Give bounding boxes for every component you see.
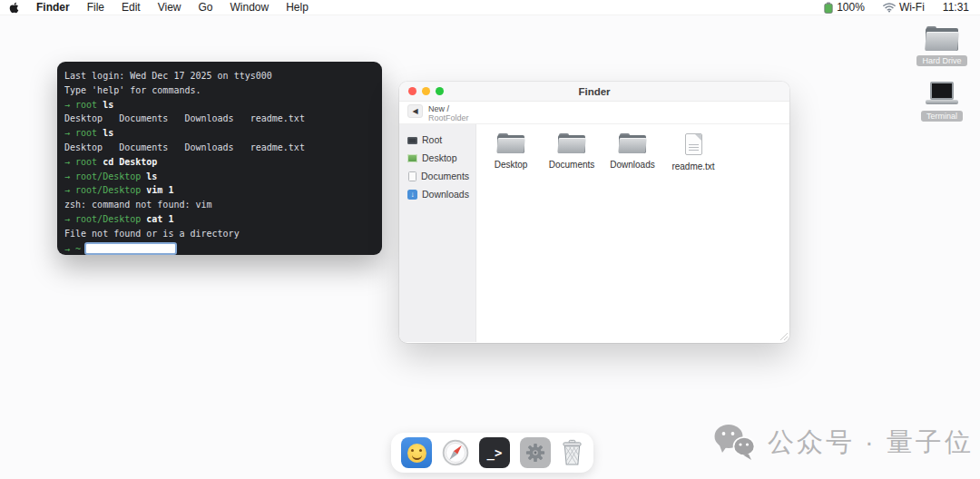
- terminal-text-segment: Desktop Documents Downloads readme.txt: [64, 142, 305, 152]
- finder-title-bar[interactable]: Finder: [399, 82, 789, 102]
- menu-item-view[interactable]: View: [158, 1, 181, 14]
- terminal-line: Type 'help' for commands.: [64, 83, 375, 98]
- terminal-input[interactable]: [84, 242, 177, 255]
- finder-body: Root Desktop Documents ↓ Downloads Deskt…: [399, 124, 789, 342]
- battery-percent: 100%: [837, 1, 865, 14]
- terminal-line: → root ls: [64, 98, 375, 112]
- sidebar-item-label: Documents: [421, 171, 469, 181]
- terminal-text-segment: → root/Desktop: [64, 214, 146, 224]
- finder-window[interactable]: Finder ◀ New / RootFolder Root Desktop D…: [399, 82, 789, 343]
- terminal-text-segment: ls: [103, 100, 113, 110]
- folder-icon: [558, 133, 585, 153]
- file-label: Downloads: [610, 160, 654, 170]
- menu-item-help[interactable]: Help: [286, 1, 309, 14]
- desktop-icon-label: Hard Drive: [916, 55, 966, 66]
- laptop-icon: [926, 82, 958, 106]
- menu-item-go[interactable]: Go: [199, 1, 213, 14]
- terminal-output: Last login: Wed Dec 17 2025 on ttys000Ty…: [64, 69, 375, 241]
- file-item-readme[interactable]: readme.txt: [667, 133, 720, 171]
- terminal-text-segment: Type 'help' for commands.: [64, 85, 201, 95]
- file-item-downloads[interactable]: Downloads: [606, 133, 659, 170]
- watermark: 公众号 · 量子位: [713, 424, 974, 461]
- terminal-text-segment: vim 1: [146, 185, 173, 195]
- wechat-icon: [713, 424, 756, 461]
- desktop-icon: [407, 154, 417, 162]
- compass-icon: [442, 439, 469, 466]
- terminal-text-segment: → root: [64, 157, 103, 167]
- menu-item-edit[interactable]: Edit: [122, 1, 141, 14]
- terminal-line: → root cd Desktop: [64, 155, 375, 170]
- menu-item-finder[interactable]: Finder: [36, 1, 70, 14]
- sidebar-item-label: Root: [422, 134, 442, 145]
- terminal-text-segment: → root/Desktop: [64, 185, 146, 195]
- file-item-desktop[interactable]: Desktop: [485, 133, 537, 170]
- file-label: Desktop: [495, 160, 528, 170]
- terminal-text-segment: ls: [103, 128, 113, 138]
- terminal-app-icon: _>: [479, 437, 510, 468]
- menu-bar: Finder File Edit View Go Window Help 100…: [0, 0, 980, 15]
- terminal-text-segment: File not found or is a directory: [64, 229, 240, 239]
- sidebar-item-label: Desktop: [422, 152, 457, 163]
- terminal-text-segment: cd Desktop: [103, 157, 157, 167]
- dock: _>: [391, 433, 593, 473]
- gear-icon: [520, 437, 551, 468]
- wifi-icon: [883, 2, 896, 13]
- finder-file-area: Desktop Documents Downloads readme.txt: [476, 124, 789, 342]
- menu-item-window[interactable]: Window: [230, 1, 270, 14]
- back-button[interactable]: ◀: [407, 104, 423, 118]
- desktop-icons: Hard Drive Terminal: [909, 26, 975, 122]
- trash-icon: [561, 439, 583, 466]
- dock-safari[interactable]: [442, 439, 469, 466]
- dock-finder-app[interactable]: [401, 437, 432, 468]
- terminal-text-segment: cat 1: [146, 214, 173, 224]
- terminal-text-segment: → root: [64, 128, 103, 138]
- desktop-icon-hard-drive[interactable]: Hard Drive: [916, 26, 966, 66]
- folder-icon: [497, 133, 524, 153]
- apple-menu[interactable]: [9, 2, 19, 14]
- wifi-label: Wi-Fi: [899, 1, 925, 14]
- menu-bar-clock[interactable]: 11:31: [943, 1, 969, 14]
- breadcrumb-line1: New /: [428, 104, 449, 113]
- terminal-text-segment: → root/Desktop: [64, 171, 146, 181]
- wifi-status[interactable]: Wi-Fi: [883, 1, 925, 14]
- terminal-text-segment: → root: [64, 100, 103, 110]
- hard-drive-icon: [926, 26, 958, 51]
- file-item-documents[interactable]: Documents: [545, 133, 598, 170]
- sidebar-item-label: Downloads: [422, 189, 469, 200]
- terminal-line: File not found or is a directory: [64, 227, 375, 241]
- terminal-text-segment: Desktop Documents Downloads readme.txt: [64, 113, 305, 123]
- terminal-line: → root/Desktop cat 1: [64, 212, 375, 227]
- battery-status[interactable]: 100%: [824, 1, 865, 14]
- window-title: Finder: [399, 86, 789, 97]
- desktop-icon-label: Terminal: [921, 111, 963, 122]
- dock-terminal-app[interactable]: _>: [479, 437, 510, 468]
- terminal-line: Desktop Documents Downloads readme.txt: [64, 141, 375, 155]
- terminal-text-segment: zsh: command not found: vim: [64, 200, 212, 210]
- breadcrumb-line2: RootFolder: [428, 113, 469, 122]
- sidebar-item-documents[interactable]: Documents: [399, 167, 475, 185]
- terminal-line: → root ls: [64, 126, 375, 141]
- sidebar-item-desktop[interactable]: Desktop: [399, 149, 475, 167]
- terminal-glyph: _>: [487, 445, 503, 460]
- finder-sidebar: Root Desktop Documents ↓ Downloads: [399, 124, 476, 342]
- terminal-text-segment: Last login: Wed Dec 17 2025 on ttys000: [64, 71, 272, 81]
- menu-bar-status: 100% Wi-Fi 11:31: [824, 1, 980, 14]
- terminal-window[interactable]: Last login: Wed Dec 17 2025 on ttys000Ty…: [57, 62, 382, 255]
- sidebar-item-root[interactable]: Root: [399, 131, 475, 149]
- document-icon: [408, 171, 416, 181]
- breadcrumb[interactable]: New / RootFolder: [428, 104, 469, 123]
- desktop-icon-terminal[interactable]: Terminal: [921, 82, 963, 122]
- dock-trash[interactable]: [561, 439, 583, 466]
- dock-settings[interactable]: [520, 437, 551, 468]
- menu-bar-left: Finder File Edit View Go Window Help: [0, 1, 309, 14]
- terminal-text-segment: ls: [146, 171, 157, 181]
- sidebar-item-downloads[interactable]: ↓ Downloads: [399, 185, 475, 203]
- terminal-line: Last login: Wed Dec 17 2025 on ttys000: [64, 69, 375, 83]
- watermark-text: 公众号 · 量子位: [768, 425, 974, 461]
- terminal-line: → root/Desktop vim 1: [64, 183, 375, 198]
- download-icon: ↓: [407, 190, 417, 200]
- terminal-prompt-row: → ~: [64, 241, 375, 257]
- menu-item-file[interactable]: File: [87, 1, 104, 14]
- apple-logo-icon: [9, 2, 19, 14]
- smiley-app-icon: [401, 437, 432, 468]
